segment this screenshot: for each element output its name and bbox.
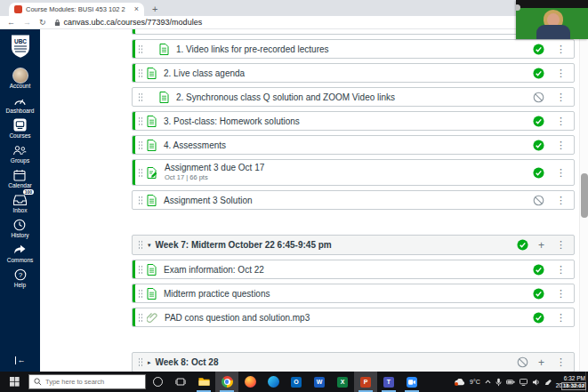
search-input[interactable] [29,378,145,386]
module-item-row[interactable]: Exam information: Oct 22⋮ [132,260,575,279]
item-title-link[interactable]: 1. Video links for pre-recorded lectures [176,44,329,54]
weather-temperature[interactable]: 9°C [470,379,480,385]
sidebar-item-commons[interactable]: Commons [7,243,34,263]
module-options-icon[interactable]: ⋮ [556,357,566,367]
drag-handle-icon[interactable] [138,196,143,205]
taskbar-search[interactable] [28,374,146,389]
edge-icon[interactable] [262,372,285,392]
module-title[interactable]: Week 8: Oct 28 [156,357,219,367]
network-icon[interactable] [520,379,528,386]
published-status-icon[interactable] [533,44,544,55]
module-options-icon[interactable]: ⋮ [556,240,566,250]
word-icon[interactable]: W [308,372,331,392]
excel-icon[interactable]: X [331,372,354,392]
module-item-row[interactable]: Midterm practice questions⋮ [132,284,575,303]
unpublished-status-icon[interactable] [517,356,528,368]
item-title-link[interactable]: Assignment 3 due Oct 17 [165,163,264,173]
item-options-icon[interactable]: ⋮ [556,265,566,275]
lock-icon[interactable] [54,14,60,30]
published-status-icon[interactable] [533,68,544,79]
published-status-icon[interactable] [533,140,544,151]
item-options-icon[interactable]: ⋮ [556,116,566,126]
drag-handle-icon[interactable] [138,240,143,250]
published-status-icon[interactable] [533,167,544,179]
item-title-link[interactable]: Assignment 3 Solution [164,196,253,205]
module-title[interactable]: Week 7: Midterm October 22 6:45-9:45 pm [156,240,332,250]
powerpoint-icon[interactable]: P [354,372,377,392]
collapse-global-nav-button[interactable]: ← [15,356,26,364]
item-title-link[interactable]: 2. Live class agenda [164,68,245,78]
tab-close-icon[interactable]: × [134,5,139,13]
sidebar-item-courses[interactable]: Courses [9,118,30,139]
drag-handle-icon[interactable] [138,44,143,54]
item-options-icon[interactable]: ⋮ [556,44,566,54]
battery-icon[interactable] [506,379,515,385]
outlook-icon[interactable]: O [285,372,308,392]
module-item-row[interactable]: PAD cons question and solution.mp3⋮ [132,308,575,327]
page-scrollbar[interactable] [579,29,588,372]
drag-handle-icon[interactable] [138,289,143,299]
module-item-row[interactable]: 4. Assessments⋮ [132,135,575,155]
drag-handle-icon[interactable] [138,313,143,323]
sidebar-item-calendar[interactable]: Calendar [8,168,31,188]
webcam-drag-handle[interactable] [516,4,520,11]
sidebar-item-dashboard[interactable]: Dashboard [6,93,35,114]
module-item-row[interactable]: 1. Video links for pre-recorded lectures… [132,39,575,59]
zoom-icon[interactable] [400,372,423,392]
url-text[interactable]: canvas.ubc.ca/courses/77393/modules [64,18,203,27]
expand-module-icon[interactable]: ▸ [148,359,151,366]
drag-handle-icon[interactable] [138,68,143,78]
item-title-link[interactable]: Midterm practice questions [164,289,270,299]
new-tab-button[interactable]: + [152,4,157,14]
published-status-icon[interactable] [517,239,528,251]
drag-handle-icon[interactable] [138,116,143,126]
taskbar-clock[interactable]: 6:32 PM 2021-10-14 18:32:02 [556,375,585,389]
sidebar-item-groups[interactable]: Groups [11,143,29,164]
add-item-button[interactable]: + [538,357,544,368]
chevron-up-icon[interactable] [485,380,491,384]
unpublished-status-icon[interactable] [533,195,544,206]
published-status-icon[interactable] [533,264,544,276]
sidebar-item-account[interactable]: Account [10,68,31,89]
unpublished-status-icon[interactable] [533,92,544,103]
onedrive-cloud-icon[interactable] [455,379,465,386]
ubc-logo[interactable]: UBC [10,34,31,62]
item-options-icon[interactable]: ⋮ [556,289,566,299]
chrome-icon[interactable] [215,372,238,392]
sidebar-item-inbox[interactable]: 100Inbox [13,193,28,213]
cortana-icon[interactable] [146,372,169,392]
module-header-row[interactable]: ▾Week 7: Midterm October 22 6:45-9:45 pm… [132,235,575,255]
published-status-icon[interactable] [533,288,544,300]
item-title-link[interactable]: PAD cons question and solution.mp3 [165,313,310,323]
forward-icon[interactable]: → [23,19,31,27]
module-item-row[interactable]: 2. Synchronous class Q solution and ZOOM… [132,87,575,107]
scrollbar-thumb[interactable] [581,173,588,218]
file-explorer-icon[interactable] [192,372,215,392]
item-options-icon[interactable]: ⋮ [556,313,566,323]
back-icon[interactable]: ← [7,19,15,27]
drag-handle-icon[interactable] [138,140,143,150]
item-options-icon[interactable]: ⋮ [556,196,566,205]
teams-icon[interactable]: T [377,372,400,392]
add-item-button[interactable]: + [538,240,544,251]
item-options-icon[interactable]: ⋮ [556,140,566,150]
firefox-icon[interactable] [238,372,262,392]
item-title-link[interactable]: Exam information: Oct 22 [164,265,264,275]
module-item-row[interactable]: 2. Live class agenda⋮ [132,63,575,83]
collapse-module-icon[interactable]: ▾ [148,242,151,249]
microphone-icon[interactable] [495,378,502,387]
refresh-icon[interactable]: ↻ [39,19,46,27]
start-button[interactable] [0,372,28,392]
module-item-row[interactable]: 3. Post-class: Homework solutions⋮ [132,111,575,131]
sidebar-item-help[interactable]: ?Help [14,268,27,288]
published-status-icon[interactable] [533,312,544,324]
published-status-icon[interactable] [533,116,544,127]
item-options-icon[interactable]: ⋮ [556,168,566,178]
item-options-icon[interactable]: ⋮ [556,92,566,102]
module-item-row[interactable]: Assignment 3 Solution⋮ [132,190,575,210]
drag-handle-icon[interactable] [138,168,143,178]
item-title-link[interactable]: 3. Post-class: Homework solutions [164,116,300,126]
drag-handle-icon[interactable] [138,265,143,275]
item-title-link[interactable]: 2. Synchronous class Q solution and ZOOM… [176,92,395,102]
module-item-row[interactable]: Assignment 3 due Oct 17Oct 17 | 66 pts⋮ [132,159,575,186]
